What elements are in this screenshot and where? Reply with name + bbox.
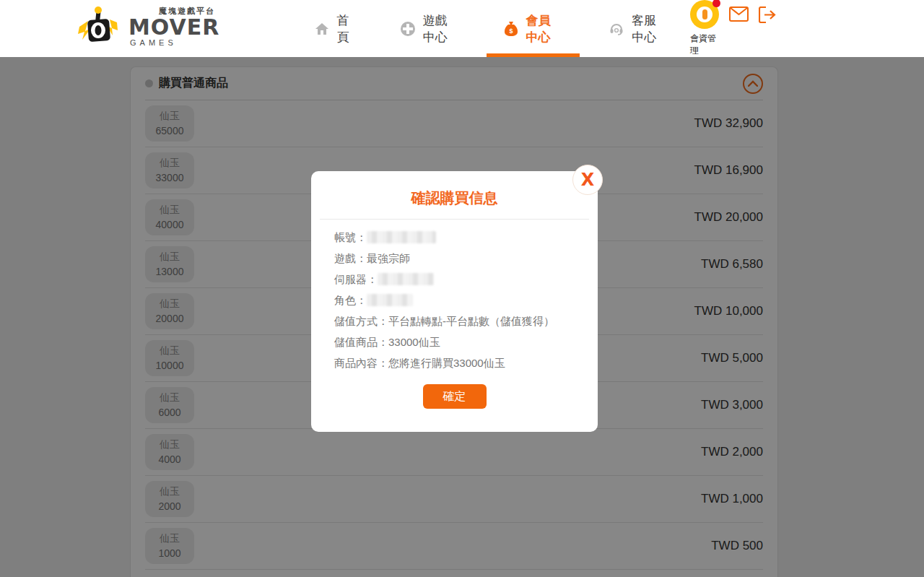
- field-label: 儲值商品：: [334, 336, 388, 348]
- dialog-field: 伺服器：: [334, 269, 586, 290]
- redacted-value: [378, 273, 434, 285]
- headset-icon: [609, 21, 624, 37]
- logout-icon[interactable]: [759, 6, 776, 26]
- brand-logo-icon: [72, 6, 124, 51]
- field-label: 帳號：: [334, 231, 367, 243]
- field-label: 儲值方式：: [334, 315, 388, 327]
- nav-label: 客服中心: [632, 12, 667, 45]
- dialog-footer: 確定: [311, 384, 598, 409]
- coin-icon: [690, 0, 719, 29]
- field-label: 商品內容：: [334, 357, 388, 369]
- dialog-field: 商品內容：您將進行購買33000仙玉: [334, 352, 586, 373]
- svg-text:$: $: [510, 27, 513, 35]
- nav-label: 會員中心: [526, 12, 562, 45]
- brand-logo-text: 魔塊遊戲平台 MOVER GAMES: [128, 7, 219, 51]
- member-funds-button[interactable]: 會資管理: [690, 0, 719, 57]
- redacted-value: [367, 294, 413, 306]
- field-value: 最強宗師: [367, 252, 410, 264]
- purchase-confirm-dialog: X 確認購買信息 帳號： 遊戲：最強宗師 伺服器： 角色： 儲值方式：平台點轉點…: [311, 171, 598, 432]
- nav-item-support-center[interactable]: 客服中心: [585, 0, 690, 57]
- nav-label: 首頁: [336, 12, 353, 45]
- dialog-field: 帳號：: [334, 227, 586, 248]
- field-value: 33000仙玉: [388, 336, 440, 348]
- dialog-field: 儲值方式：平台點轉點-平台點數（儲值獲得）: [334, 311, 586, 331]
- field-label: 伺服器：: [334, 273, 378, 285]
- dialog-field: 角色：: [334, 290, 586, 311]
- confirm-button[interactable]: 確定: [423, 384, 487, 409]
- top-header: 魔塊遊戲平台 MOVER GAMES 首頁 遊戲中心 $: [0, 0, 924, 57]
- moneybag-icon: $: [504, 21, 518, 37]
- user-area: 會資管理: [690, 0, 776, 57]
- field-label: 遊戲：: [334, 252, 367, 264]
- brand-logo[interactable]: 魔塊遊戲平台 MOVER GAMES: [72, 6, 219, 51]
- nav-item-home[interactable]: 首頁: [292, 0, 376, 57]
- dialog-field: 儲值商品：33000仙玉: [334, 331, 586, 352]
- nav-item-game-center[interactable]: 遊戲中心: [377, 0, 481, 57]
- notification-dot: [712, 0, 720, 7]
- mail-icon[interactable]: [729, 6, 749, 25]
- dialog-title: 確認購買信息: [311, 188, 598, 208]
- brand-tagline: 魔塊遊戲平台: [159, 7, 219, 15]
- dialog-body: 帳號： 遊戲：最強宗師 伺服器： 角色： 儲值方式：平台點轉點-平台點數（儲值獲…: [311, 220, 598, 373]
- main-nav: 首頁 遊戲中心 $ 會員中心: [292, 0, 690, 57]
- brand-name: MOVER: [128, 17, 219, 38]
- close-icon[interactable]: X: [572, 165, 603, 195]
- nav-label: 遊戲中心: [423, 12, 458, 45]
- redacted-value: [367, 231, 436, 243]
- member-funds-label: 會資管理: [690, 32, 719, 57]
- field-value: 平台點轉點-平台點數（儲值獲得）: [388, 315, 554, 327]
- gamepad-icon: [400, 21, 416, 37]
- field-label: 角色：: [334, 294, 367, 306]
- field-value: 您將進行購買33000仙玉: [388, 357, 505, 369]
- home-icon: [315, 21, 329, 37]
- dialog-field: 遊戲：最強宗師: [334, 248, 586, 269]
- nav-item-member-center[interactable]: $ 會員中心: [481, 0, 585, 57]
- brand-subname: GAMES: [130, 39, 219, 47]
